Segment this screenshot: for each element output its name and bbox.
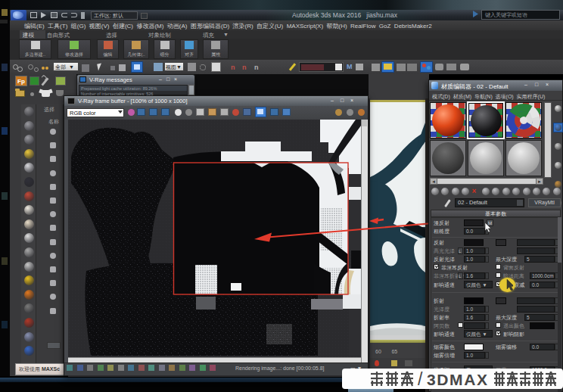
- svg-text:/: /: [418, 370, 423, 388]
- svg-text:3DMAX: 3DMAX: [427, 371, 487, 388]
